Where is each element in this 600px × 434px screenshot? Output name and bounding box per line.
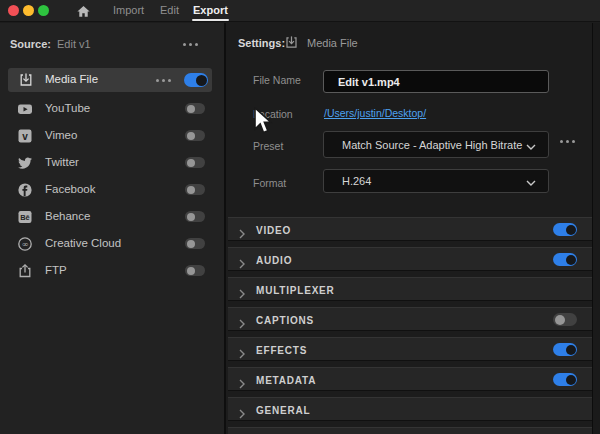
media-file-icon [18,72,34,88]
sidebar-item-facebook[interactable]: Facebook [0,176,226,203]
sidebar-item-ftp[interactable]: FTP [0,257,226,284]
home-icon[interactable] [76,4,91,19]
sidebar-item-label: Facebook [45,183,96,195]
file-name-label: File Name [253,74,301,86]
section-captions[interactable]: CAPTIONS [228,307,592,331]
twitter-toggle[interactable] [185,157,205,168]
svg-text:Bē: Bē [20,213,30,222]
facebook-icon [17,182,33,198]
sidebar-item-label: YouTube [45,102,90,114]
chevron-right-icon [239,345,245,363]
chevron-down-icon [526,172,536,190]
section-label: VIDEO [256,225,291,236]
preset-dropdown[interactable]: Match Source - Adaptive High Bitrate [323,131,549,158]
media-file-toggle[interactable] [184,73,208,87]
chevron-right-icon [239,405,245,423]
format-dropdown[interactable]: H.264 [323,169,549,193]
creative-cloud-toggle[interactable] [185,238,205,249]
section-video[interactable]: VIDEO [228,217,592,241]
sidebar-item-label: Media File [45,73,98,85]
media-file-icon [284,35,299,50]
sidebar-item-vimeo[interactable]: v Vimeo [0,122,226,149]
sidebar-item-label: Vimeo [45,129,77,141]
sidebar-item-label: Behance [45,210,90,222]
effects-toggle[interactable] [553,343,577,356]
source-value: Edit v1 [57,38,91,50]
video-toggle[interactable] [553,223,577,236]
close-window-button[interactable] [8,5,19,16]
chevron-down-icon [526,136,536,154]
scrollbar-track[interactable] [592,23,600,434]
creative-cloud-icon: ∞ [17,236,33,252]
section-effects[interactable]: EFFECTS [228,337,592,361]
section-label: EFFECTS [256,345,307,356]
metadata-toggle[interactable] [553,373,577,386]
file-name-input[interactable] [323,70,549,93]
sidebar-item-creative-cloud[interactable]: ∞ Creative Cloud [0,230,226,257]
sidebar-item-media-file[interactable]: Media File [8,68,212,92]
sidebar-item-label: Creative Cloud [45,237,121,249]
preset-value: Match Source - Adaptive High Bitrate [342,139,522,151]
youtube-icon [17,101,33,117]
format-label: Format [253,177,286,189]
settings-label: Settings: [238,37,285,49]
youtube-toggle[interactable] [185,103,205,114]
next-section-partial [228,427,592,434]
minimize-window-button[interactable] [23,5,34,16]
ftp-toggle[interactable] [185,265,205,276]
vimeo-toggle[interactable] [185,130,205,141]
settings-panel: Settings: Media File File Name Location … [228,23,592,434]
chevron-right-icon [239,285,245,303]
facebook-toggle[interactable] [185,184,205,195]
source-more-options-icon[interactable] [183,43,198,46]
twitter-icon [17,155,33,171]
sidebar-item-label: Twitter [45,156,79,168]
tab-export[interactable]: Export [193,4,228,16]
format-value: H.264 [342,175,371,187]
active-tab-underline [192,19,229,21]
tab-import[interactable]: Import [113,4,144,16]
sidebar-item-label: FTP [45,264,67,276]
sidebar-item-youtube[interactable]: YouTube [0,95,226,122]
sidebar-item-behance[interactable]: Bē Behance [0,203,226,230]
captions-toggle[interactable] [553,313,577,326]
location-label: Location [253,108,293,120]
chevron-right-icon [239,375,245,393]
title-bar: Import Edit Export [0,0,600,22]
svg-text:v: v [22,130,28,141]
source-row: Source: Edit v1 [0,36,226,54]
section-metadata[interactable]: METADATA [228,367,592,391]
svg-text:∞: ∞ [21,238,28,248]
audio-toggle[interactable] [553,253,577,266]
chevron-right-icon [239,315,245,333]
zoom-window-button[interactable] [38,5,49,16]
preset-label: Preset [253,140,283,152]
preset-more-options-icon[interactable] [560,140,575,143]
tab-edit[interactable]: Edit [160,4,179,16]
section-label: AUDIO [256,255,292,266]
section-label: METADATA [256,375,316,386]
section-label: CAPTIONS [256,315,314,326]
ftp-icon [17,263,33,279]
vimeo-icon: v [17,128,33,144]
section-general[interactable]: GENERAL [228,397,592,421]
section-label: MULTIPLEXER [256,285,335,296]
section-audio[interactable]: AUDIO [228,247,592,271]
section-multiplexer[interactable]: MULTIPLEXER [228,277,592,301]
section-label: GENERAL [256,405,311,416]
behance-toggle[interactable] [185,211,205,222]
export-window: Import Edit Export Source: Edit v1 Media… [0,0,600,434]
source-label: Source: [10,38,51,50]
behance-icon: Bē [17,209,33,225]
sidebar-item-twitter[interactable]: Twitter [0,149,226,176]
settings-destination-name: Media File [307,37,358,49]
destinations-sidebar: Source: Edit v1 Media File YouTube [0,23,226,434]
location-link[interactable]: /Users/justin/Desktop/ [324,107,426,119]
media-file-more-options-icon[interactable] [156,79,171,82]
chevron-right-icon [239,255,245,273]
chevron-right-icon [239,225,245,243]
